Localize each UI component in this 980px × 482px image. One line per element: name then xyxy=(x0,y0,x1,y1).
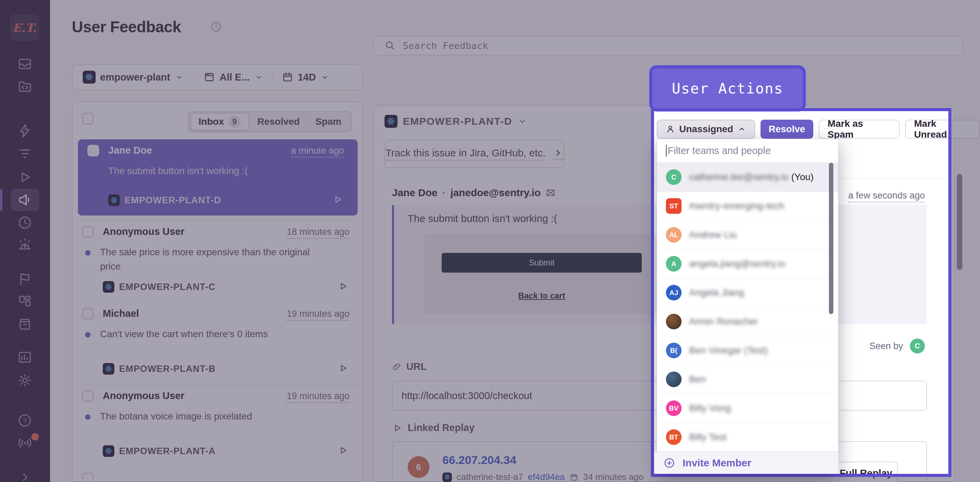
member-name: Ben Vinegar (Test) xyxy=(689,345,768,356)
member-avatar: B( xyxy=(666,342,682,358)
plus-circle-icon xyxy=(663,457,675,469)
member-name: Andrew Liu xyxy=(689,230,737,240)
assignee-option[interactable]: AJAngela Jiang xyxy=(657,278,838,307)
assignee-option[interactable]: B(Ben Vinegar (Test) xyxy=(657,336,838,365)
member-photo-avatar xyxy=(666,314,682,329)
member-name: Angela Jiang xyxy=(689,287,744,298)
member-name: angela.jiang@sentry.io xyxy=(689,258,785,269)
member-name: Billy Test xyxy=(689,432,727,442)
member-name: Ben xyxy=(689,374,706,385)
assignee-filter-input[interactable] xyxy=(666,145,829,157)
assignee-option[interactable]: BTBilly Test xyxy=(657,423,838,452)
assignee-dropdown: Ccatherine.lee@sentry.io (You)ST#sentry-… xyxy=(657,139,838,474)
invite-member-row[interactable]: Invite Member xyxy=(654,452,838,474)
app-root: E.T. ? User Feedback ? empower-plant All… xyxy=(0,0,980,482)
assignee-option[interactable]: Aangela.jiang@sentry.io xyxy=(657,249,838,278)
dim-overlay-right xyxy=(951,108,980,477)
dim-overlay-left xyxy=(0,108,651,477)
member-avatar: AJ xyxy=(666,285,682,300)
assignee-filter-field[interactable] xyxy=(657,139,838,163)
member-avatar: BT xyxy=(666,429,682,445)
user-actions-tab: User Actions xyxy=(649,65,806,111)
assignee-option[interactable]: ST#sentry-emerging-tech xyxy=(657,192,838,220)
assignee-option[interactable]: Ben xyxy=(657,365,838,394)
member-avatar: ST xyxy=(666,198,682,214)
member-name: Armin Ronacher xyxy=(689,316,758,327)
member-name: Billy Vong xyxy=(689,403,731,414)
member-name: catherine.lee@sentry.io (You) xyxy=(689,172,814,182)
assignee-option[interactable]: Ccatherine.lee@sentry.io (You) xyxy=(657,163,838,192)
invite-member-label: Invite Member xyxy=(682,457,751,469)
member-avatar: A xyxy=(666,256,682,271)
assignee-option[interactable]: BVBilly Vong xyxy=(657,394,838,423)
member-avatar: AL xyxy=(666,227,682,243)
dim-overlay-top xyxy=(0,0,980,108)
member-name: #sentry-emerging-tech xyxy=(689,201,784,211)
dropdown-scrollbar[interactable] xyxy=(829,163,833,314)
member-photo-avatar xyxy=(666,371,682,387)
assignee-option[interactable]: Armin Ronacher xyxy=(657,307,838,336)
dim-overlay-bottom xyxy=(0,477,980,482)
member-avatar: BV xyxy=(666,400,682,416)
assignee-option[interactable]: ALAndrew Liu xyxy=(657,220,838,249)
member-avatar: C xyxy=(666,169,682,185)
